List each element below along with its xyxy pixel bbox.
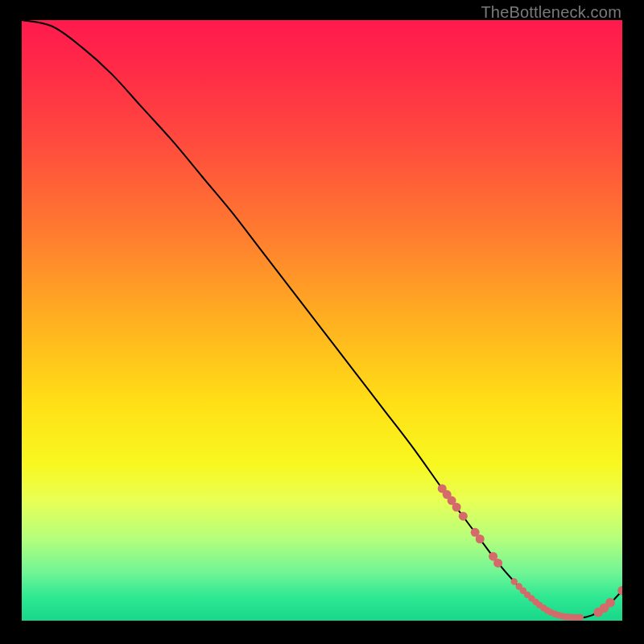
watermark-text: TheBottleneck.com xyxy=(481,3,621,22)
curve-svg xyxy=(22,20,622,621)
highlight-dot xyxy=(493,559,502,568)
highlight-dot xyxy=(577,614,584,621)
bottleneck-curve-line xyxy=(22,20,622,618)
highlight-dot xyxy=(476,535,485,543)
highlight-dots-group xyxy=(438,484,622,621)
highlight-dot xyxy=(459,512,468,521)
chart-stage: TheBottleneck.com xyxy=(0,0,644,644)
highlight-dot xyxy=(605,598,615,608)
plot-area xyxy=(22,20,622,621)
highlight-dot xyxy=(511,578,518,584)
highlight-dot xyxy=(452,503,461,512)
